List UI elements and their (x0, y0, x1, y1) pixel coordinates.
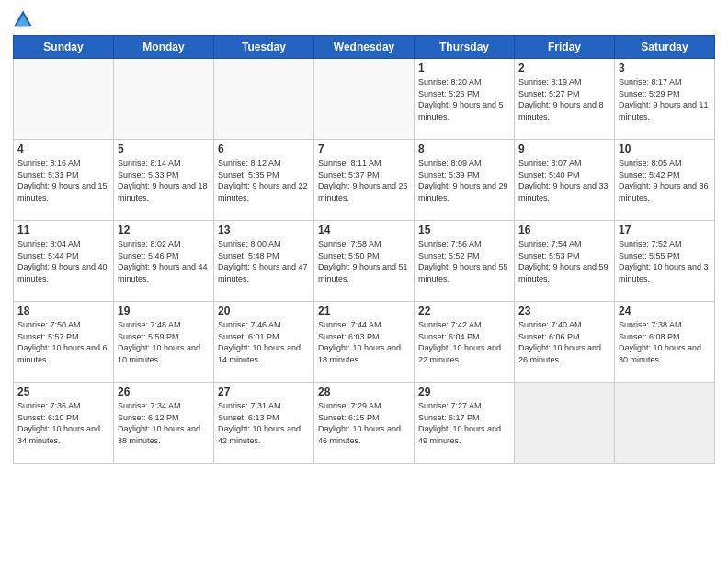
day-number: 29 (418, 385, 510, 398)
header (13, 9, 715, 29)
day-cell (214, 59, 314, 140)
day-cell: 9Sunrise: 8:07 AM Sunset: 5:40 PM Daylig… (515, 140, 615, 221)
week-row-2: 4Sunrise: 8:16 AM Sunset: 5:31 PM Daylig… (14, 140, 715, 221)
day-info: Sunrise: 7:50 AM Sunset: 5:57 PM Dayligh… (17, 319, 109, 365)
week-row-1: 1Sunrise: 8:20 AM Sunset: 5:26 PM Daylig… (14, 59, 715, 140)
day-info: Sunrise: 8:02 AM Sunset: 5:46 PM Dayligh… (118, 238, 210, 284)
day-info: Sunrise: 8:11 AM Sunset: 5:37 PM Dayligh… (318, 157, 410, 203)
day-cell: 23Sunrise: 7:40 AM Sunset: 6:06 PM Dayli… (515, 302, 615, 383)
day-number: 17 (619, 224, 711, 236)
day-cell: 19Sunrise: 7:48 AM Sunset: 5:59 PM Dayli… (114, 302, 214, 383)
day-number: 26 (118, 385, 210, 398)
day-info: Sunrise: 7:48 AM Sunset: 5:59 PM Dayligh… (118, 319, 210, 365)
day-info: Sunrise: 8:19 AM Sunset: 5:27 PM Dayligh… (518, 76, 610, 122)
day-cell: 26Sunrise: 7:34 AM Sunset: 6:12 PM Dayli… (114, 383, 214, 464)
day-cell: 15Sunrise: 7:56 AM Sunset: 5:52 PM Dayli… (415, 221, 515, 302)
day-number: 15 (418, 224, 510, 236)
day-number: 2 (518, 62, 610, 75)
day-number: 20 (218, 304, 310, 317)
day-number: 3 (619, 62, 711, 75)
day-cell: 22Sunrise: 7:42 AM Sunset: 6:04 PM Dayli… (415, 302, 515, 383)
day-cell: 3Sunrise: 8:17 AM Sunset: 5:29 PM Daylig… (615, 59, 715, 140)
day-number: 8 (418, 143, 510, 155)
calendar-table: Sunday Monday Tuesday Wednesday Thursday… (13, 35, 715, 464)
day-cell: 5Sunrise: 8:14 AM Sunset: 5:33 PM Daylig… (114, 140, 214, 221)
day-cell: 7Sunrise: 8:11 AM Sunset: 5:37 PM Daylig… (314, 140, 415, 221)
day-cell: 11Sunrise: 8:04 AM Sunset: 5:44 PM Dayli… (14, 221, 114, 302)
day-cell: 20Sunrise: 7:46 AM Sunset: 6:01 PM Dayli… (214, 302, 314, 383)
logo-icon (13, 9, 33, 29)
day-cell: 2Sunrise: 8:19 AM Sunset: 5:27 PM Daylig… (515, 59, 615, 140)
week-row-5: 25Sunrise: 7:36 AM Sunset: 6:10 PM Dayli… (14, 383, 715, 464)
page: Sunday Monday Tuesday Wednesday Thursday… (0, 0, 728, 563)
day-cell (515, 383, 615, 464)
day-info: Sunrise: 8:20 AM Sunset: 5:26 PM Dayligh… (418, 76, 510, 122)
day-info: Sunrise: 8:09 AM Sunset: 5:39 PM Dayligh… (418, 157, 510, 203)
day-cell (314, 59, 415, 140)
day-info: Sunrise: 8:12 AM Sunset: 5:35 PM Dayligh… (218, 157, 310, 203)
day-number: 18 (17, 304, 109, 317)
day-cell: 21Sunrise: 7:44 AM Sunset: 6:03 PM Dayli… (314, 302, 415, 383)
day-cell: 27Sunrise: 7:31 AM Sunset: 6:13 PM Dayli… (214, 383, 314, 464)
day-info: Sunrise: 7:54 AM Sunset: 5:53 PM Dayligh… (518, 238, 610, 284)
col-wednesday: Wednesday (314, 36, 415, 59)
day-cell: 28Sunrise: 7:29 AM Sunset: 6:15 PM Dayli… (314, 383, 415, 464)
day-info: Sunrise: 7:58 AM Sunset: 5:50 PM Dayligh… (318, 238, 410, 284)
day-number: 10 (619, 143, 711, 155)
col-thursday: Thursday (415, 36, 515, 59)
day-info: Sunrise: 7:29 AM Sunset: 6:15 PM Dayligh… (318, 400, 410, 446)
day-info: Sunrise: 7:44 AM Sunset: 6:03 PM Dayligh… (318, 319, 410, 365)
day-cell: 25Sunrise: 7:36 AM Sunset: 6:10 PM Dayli… (14, 383, 114, 464)
week-row-3: 11Sunrise: 8:04 AM Sunset: 5:44 PM Dayli… (14, 221, 715, 302)
day-cell: 10Sunrise: 8:05 AM Sunset: 5:42 PM Dayli… (615, 140, 715, 221)
day-number: 7 (318, 143, 410, 155)
day-info: Sunrise: 7:52 AM Sunset: 5:55 PM Dayligh… (619, 238, 711, 284)
day-number: 12 (118, 224, 210, 236)
day-number: 22 (418, 304, 510, 317)
day-info: Sunrise: 7:40 AM Sunset: 6:06 PM Dayligh… (518, 319, 610, 365)
day-number: 28 (318, 385, 410, 398)
day-cell: 29Sunrise: 7:27 AM Sunset: 6:17 PM Dayli… (415, 383, 515, 464)
day-number: 4 (17, 143, 109, 155)
day-info: Sunrise: 8:17 AM Sunset: 5:29 PM Dayligh… (619, 76, 711, 122)
day-info: Sunrise: 8:05 AM Sunset: 5:42 PM Dayligh… (619, 157, 711, 203)
col-saturday: Saturday (615, 36, 715, 59)
day-info: Sunrise: 8:00 AM Sunset: 5:48 PM Dayligh… (218, 238, 310, 284)
day-number: 9 (518, 143, 610, 155)
day-number: 5 (118, 143, 210, 155)
day-number: 1 (418, 62, 510, 75)
day-info: Sunrise: 7:34 AM Sunset: 6:12 PM Dayligh… (118, 400, 210, 446)
day-number: 11 (17, 224, 109, 236)
col-tuesday: Tuesday (214, 36, 314, 59)
day-info: Sunrise: 7:27 AM Sunset: 6:17 PM Dayligh… (418, 400, 510, 446)
day-info: Sunrise: 7:31 AM Sunset: 6:13 PM Dayligh… (218, 400, 310, 446)
day-number: 23 (518, 304, 610, 317)
day-number: 21 (318, 304, 410, 317)
header-row: Sunday Monday Tuesday Wednesday Thursday… (14, 36, 715, 59)
day-number: 6 (218, 143, 310, 155)
day-cell: 1Sunrise: 8:20 AM Sunset: 5:26 PM Daylig… (415, 59, 515, 140)
day-info: Sunrise: 7:38 AM Sunset: 6:08 PM Dayligh… (619, 319, 711, 365)
day-info: Sunrise: 7:46 AM Sunset: 6:01 PM Dayligh… (218, 319, 310, 365)
day-cell: 17Sunrise: 7:52 AM Sunset: 5:55 PM Dayli… (615, 221, 715, 302)
day-info: Sunrise: 8:07 AM Sunset: 5:40 PM Dayligh… (518, 157, 610, 203)
day-cell: 16Sunrise: 7:54 AM Sunset: 5:53 PM Dayli… (515, 221, 615, 302)
day-cell (615, 383, 715, 464)
day-number: 13 (218, 224, 310, 236)
day-info: Sunrise: 8:14 AM Sunset: 5:33 PM Dayligh… (118, 157, 210, 203)
day-number: 27 (218, 385, 310, 398)
day-cell: 4Sunrise: 8:16 AM Sunset: 5:31 PM Daylig… (14, 140, 114, 221)
day-info: Sunrise: 8:16 AM Sunset: 5:31 PM Dayligh… (17, 157, 109, 203)
day-number: 16 (518, 224, 610, 236)
day-cell: 18Sunrise: 7:50 AM Sunset: 5:57 PM Dayli… (14, 302, 114, 383)
day-cell: 8Sunrise: 8:09 AM Sunset: 5:39 PM Daylig… (415, 140, 515, 221)
day-cell: 14Sunrise: 7:58 AM Sunset: 5:50 PM Dayli… (314, 221, 415, 302)
day-cell: 13Sunrise: 8:00 AM Sunset: 5:48 PM Dayli… (214, 221, 314, 302)
col-monday: Monday (114, 36, 214, 59)
day-number: 24 (619, 304, 711, 317)
day-info: Sunrise: 8:04 AM Sunset: 5:44 PM Dayligh… (17, 238, 109, 284)
day-info: Sunrise: 7:42 AM Sunset: 6:04 PM Dayligh… (418, 319, 510, 365)
day-cell (114, 59, 214, 140)
day-cell: 12Sunrise: 8:02 AM Sunset: 5:46 PM Dayli… (114, 221, 214, 302)
day-number: 25 (17, 385, 109, 398)
